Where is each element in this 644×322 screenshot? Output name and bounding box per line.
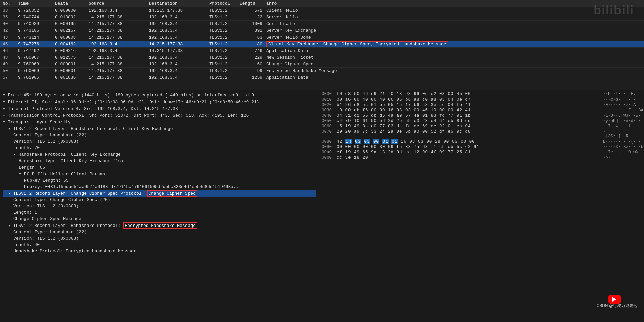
detail-line[interactable]: Change Cipher Spec Message <box>3 216 316 222</box>
packet-row[interactable]: 45 9.747276 0.004162 192.168.3.4 14.215.… <box>0 41 644 48</box>
packet-rows-container: 33 9.726852 0.000000 192.168.3.4 14.215.… <box>0 7 644 81</box>
hex-rows-container: 0000 f0 c8 50 46 e9 21 f0 18 98 96 0d e2… <box>322 92 641 160</box>
hex-row: 0070 29 20 a9 7c 33 24 2a 0e 5b a0 00 52… <box>322 129 641 139</box>
detail-line[interactable]: ▾ Handshake Protocol: Client Key Exchang… <box>3 151 316 158</box>
detail-text: TLSv1.2 Record Layer: Handshake Protocol… <box>13 223 123 228</box>
detail-text: Frame 45: 180 bytes on wire (1440 bits),… <box>8 93 254 98</box>
detail-line[interactable]: Length: 70 <box>3 145 316 151</box>
detail-arrow: ▾ <box>8 191 13 196</box>
col-header-info: Info <box>265 1 644 6</box>
hex-row: 0030 10 00 eb f6 00 00 16 03 03 00 46 10… <box>322 108 641 113</box>
detail-text: Length: 40 <box>13 242 40 247</box>
detail-line[interactable]: ▾ EC Diffie-Hellman Client Params <box>3 171 316 177</box>
detail-line[interactable]: ▾ TLSv1.2 Record Layer: Change Cipher Sp… <box>3 190 316 197</box>
hex-ascii: · ·|3$*·[··R···· <box>598 129 641 139</box>
packet-info: Client Key Exchange, Change Cipher Spec,… <box>265 42 644 47</box>
detail-line[interactable]: Content Type: Change Cipher Spec (20) <box>3 197 316 203</box>
hex-bytes: 00 00 00 00 00 30 09 fb 38 7a d3 f1 c5 c… <box>337 145 598 149</box>
packet-dest: 192.168.3.4 <box>148 28 208 33</box>
detail-text: Pubkey: 0431c155dbd54aa9574a0183fd77911b… <box>24 184 241 189</box>
packet-time: 9.740939 <box>17 21 54 26</box>
detail-line[interactable]: ▾ Transmission Control Protocol, Src Por… <box>3 112 316 119</box>
packet-proto: TLSv1.2 <box>208 15 238 20</box>
packet-row[interactable]: 57 9.761905 0.001836 14.215.177.38 192.1… <box>0 74 644 81</box>
packet-length: 746 <box>238 48 265 53</box>
detail-line[interactable]: ▾ Transport Layer Security <box>3 119 316 125</box>
detail-line[interactable]: Content Type: Handshake (22) <box>3 132 316 138</box>
detail-text: Handshake Protocol: Client Key Exchange <box>19 152 121 157</box>
detail-text: Content Type: Handshake (22) <box>13 133 87 138</box>
detail-text: EC Diffie-Hellman Client Params <box>24 172 105 177</box>
detail-line[interactable]: Pubkey Length: 65 <box>3 177 316 184</box>
packet-row[interactable]: 40 9.740939 0.000195 14.215.177.38 192.1… <box>0 21 644 27</box>
detail-line[interactable]: ▾ TLSv1.2 Record Layer: Handshake Protoc… <box>3 125 316 132</box>
packet-length: 229 <box>238 55 265 60</box>
packet-delta: 0.000195 <box>54 21 87 26</box>
packet-no: 45 <box>0 42 17 47</box>
detail-line[interactable]: Handshake Protocol: Encrypted Handshake … <box>3 248 316 254</box>
packet-row[interactable]: 35 9.740744 0.013892 14.215.177.38 192.1… <box>0 14 644 21</box>
packet-proto: TLSv1.2 <box>208 42 238 47</box>
hex-bytes: 29 20 a9 7c 33 24 2a 0e 5b a0 00 52 df e… <box>337 129 598 139</box>
packet-row[interactable]: 43 9.743114 0.000008 14.215.177.38 192.1… <box>0 34 644 41</box>
detail-line[interactable]: ▾ Frame 45: 180 bytes on wire (1440 bits… <box>3 92 316 99</box>
detail-line[interactable]: Version: TLS 1.2 (0x0303) <box>3 203 316 209</box>
packet-info: Encrypted Handshake Message <box>265 68 644 73</box>
detail-text: Content Type: Handshake (22) <box>13 230 87 235</box>
detail-line[interactable]: Length: 40 <box>3 242 316 248</box>
hex-row: 0010 00 a6 00 40 00 40 06 06 b6 a8 c0 a8… <box>322 97 641 102</box>
video-icon[interactable] <box>608 295 621 304</box>
detail-text: Change Cipher Spec Message <box>13 216 82 221</box>
packet-no: 42 <box>0 28 17 33</box>
packet-row[interactable]: 50 9.760069 0.000001 14.215.177.38 192.1… <box>0 68 644 74</box>
packet-row[interactable]: 48 9.760067 0.012575 14.215.177.38 192.1… <box>0 54 644 61</box>
packet-info: Change Cipher Spec <box>265 62 644 67</box>
hex-offset: 0070 <box>322 129 337 139</box>
packet-dest: 192.168.3.4 <box>148 35 208 40</box>
detail-arrow: ▾ <box>3 106 8 111</box>
hex-row: 00b0 cc 3e 18 20 ·>· <box>322 155 641 160</box>
packet-dest: 192.168.3.4 <box>148 21 208 26</box>
packet-row[interactable]: 33 9.726852 0.000000 192.168.3.4 14.215.… <box>0 7 644 14</box>
packet-length: 392 <box>238 28 265 33</box>
hex-offset: 0020 <box>322 103 337 107</box>
hex-row: 00a0 ef 19 49 65 9a 13 2d 0d ec 12 90 4f… <box>322 150 641 155</box>
info-highlight: Client Key Exchange, Change Cipher Spec,… <box>266 41 448 47</box>
packet-time: 9.743114 <box>17 35 54 40</box>
hex-bytes: 00 a6 00 40 00 40 06 06 b6 a8 c0 a8 03 0… <box>337 97 598 102</box>
packet-proto: TLSv1.2 <box>208 75 238 80</box>
detail-line[interactable]: ▾ Ethernet II, Src: Apple_96:0d:e2 (f0:1… <box>3 99 316 105</box>
detail-arrow: ▾ <box>3 120 8 125</box>
packet-proto: TLSv1.2 <box>208 28 238 33</box>
packet-dest: 14.215.177.38 <box>148 42 208 47</box>
col-header-dest: Destination <box>148 1 208 6</box>
detail-arrow: ▾ <box>8 126 13 131</box>
detail-lines-container: ▾ Frame 45: 180 bytes on wire (1440 bits… <box>3 92 316 254</box>
detail-line[interactable]: Length: 1 <box>3 209 316 216</box>
detail-line[interactable]: Version: TLS 1.2 (0x0303) <box>3 235 316 242</box>
packet-source: 14.215.177.38 <box>87 68 148 73</box>
detail-line[interactable]: Length: 66 <box>3 164 316 171</box>
hex-offset: 00a0 <box>322 150 337 155</box>
packet-row[interactable]: 49 9.760068 0.000001 14.215.177.38 192.1… <box>0 61 644 68</box>
packet-delta: 0.004162 <box>54 42 87 47</box>
hex-bytes: 10 00 eb f6 00 00 16 03 03 00 46 10 00 0… <box>337 108 598 113</box>
packet-dest: 14.215.177.38 <box>148 8 208 13</box>
highlighted-byte: 03 <box>355 139 361 144</box>
detail-line[interactable]: ▾ TLSv1.2 Record Layer: Handshake Protoc… <box>3 222 316 229</box>
detail-line[interactable]: Content Type: Handshake (22) <box>3 229 316 235</box>
packet-row[interactable]: 42 9.743106 0.002167 14.215.177.38 192.1… <box>0 27 644 34</box>
detail-line[interactable]: Pubkey: 0431c155dbd54aa9574a0183fd77911b… <box>3 184 316 190</box>
detail-line[interactable]: Version: TLS 1.2 (0x0303) <box>3 138 316 145</box>
packet-no: 43 <box>0 35 17 40</box>
packet-proto: TLSv1.2 <box>208 35 238 40</box>
highlighted-byte: 03 <box>364 139 370 144</box>
packet-row[interactable]: 46 9.747492 0.000216 192.168.3.4 14.215.… <box>0 48 644 54</box>
packet-no: 46 <box>0 48 17 53</box>
packet-no: 49 <box>0 62 17 67</box>
detail-text: Version: TLS 1.2 (0x0303) <box>13 139 79 144</box>
hex-bytes: cc 3e 18 20 <box>337 155 598 160</box>
packet-source: 14.215.177.38 <box>87 75 148 80</box>
detail-line[interactable]: ▾ Internet Protocol Version 4, Src: 192.… <box>3 105 316 112</box>
detail-line[interactable]: Handshake Type: Client Key Exchange (16) <box>3 158 316 164</box>
